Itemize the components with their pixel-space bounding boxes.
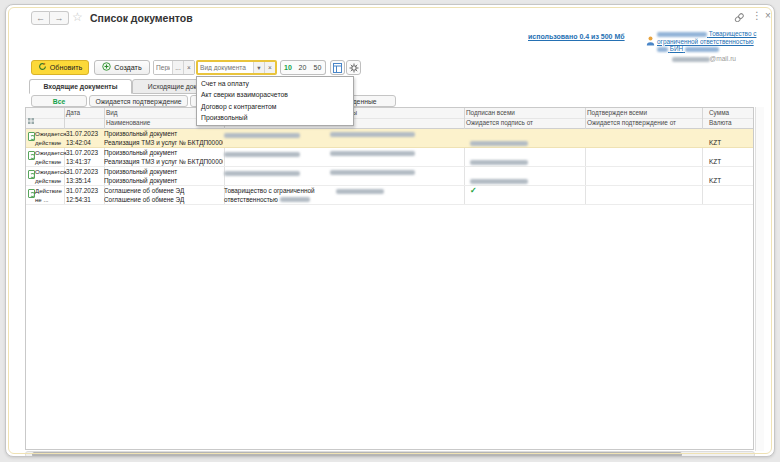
row-awaiting-sign (464, 168, 584, 186)
back-button[interactable]: ← (31, 11, 50, 25)
table-icon (333, 59, 342, 77)
page-title: Список документов (90, 12, 193, 24)
row-kind-name: Произвольный документРеализация ТМЗ и ус… (104, 130, 223, 147)
forward-arrow-icon: → (55, 13, 64, 23)
forward-button[interactable]: → (50, 11, 69, 25)
redacted-text (330, 170, 415, 175)
documents-table: Дата Вид Наименование Стороны Подписан в… (25, 107, 754, 450)
form-settings-button[interactable] (346, 60, 361, 75)
organization-link-text: Товарищество с (709, 30, 757, 37)
table-row[interactable]: Ожидается действие 31.07.202313:41:37 Пр… (26, 148, 754, 167)
row-parties (224, 130, 462, 139)
organization-link[interactable]: Товарищество с ограниченной ответственно… (657, 30, 758, 53)
storage-usage-link[interactable]: использовано 0.4 из 500 Мб (528, 33, 625, 40)
doctype-dropdown-button[interactable]: ▾ (253, 62, 264, 73)
row-parties (224, 168, 462, 177)
column-header-kind[interactable]: Вид (106, 108, 118, 118)
redacted-text (470, 179, 528, 184)
column-header-currency[interactable]: Валюта (709, 118, 732, 128)
table-header: Дата Вид Наименование Стороны Подписан в… (26, 108, 753, 129)
dropdown-item-contract[interactable]: Договор с контрагентом (197, 101, 353, 113)
plus-icon (102, 62, 111, 73)
document-status-icon (28, 170, 35, 179)
user-email: @mail.ru (672, 55, 736, 62)
column-header-sum[interactable]: Сумма (709, 108, 729, 118)
app-window: ← → ☆ Список документов ⋮ × использовано… (5, 4, 775, 457)
organization-link-text: БИН (670, 45, 683, 52)
row-status: Ожидается действие (35, 149, 65, 166)
redacted-text (470, 141, 528, 146)
period-input[interactable] (154, 61, 172, 74)
dropdown-item-invoice[interactable]: Счет на оплату (197, 78, 353, 90)
period-clear-button[interactable]: × (183, 61, 194, 74)
table-row[interactable]: Действие не ... 31.07.202312:54:31 Согла… (26, 186, 754, 205)
doctype-field: ▾ × (196, 60, 277, 75)
refresh-icon (38, 62, 47, 73)
user-icon (646, 32, 655, 50)
row-parties (224, 149, 462, 158)
redacted-text (657, 32, 707, 37)
dropdown-item-reconciliation[interactable]: Акт сверки взаиморасчетов (197, 90, 353, 102)
redacted-text (672, 57, 710, 62)
document-status-icon (28, 189, 35, 198)
document-status-icon (28, 132, 35, 141)
redacted-text (280, 197, 310, 202)
column-header-name[interactable]: Наименование (106, 118, 150, 128)
column-header-awaiting-sign[interactable]: Ожидается подпись от (466, 118, 533, 128)
row-date: 31.07.202313:42:04 (66, 130, 104, 147)
redacted-text (657, 47, 668, 52)
row-date: 31.07.202313:35:14 (66, 168, 104, 185)
redacted-text (224, 152, 300, 157)
column-header-awaiting-confirm[interactable]: Ожидается подтверждение от (587, 118, 676, 128)
column-header-confirmed-all[interactable]: Подтвержден всеми (587, 108, 647, 118)
column-header-date[interactable]: Дата (66, 108, 80, 118)
row-date: 31.07.202312:54:31 (66, 187, 104, 204)
row-awaiting-sign (464, 149, 584, 167)
organization-link-text: ограниченной ответственностью (657, 38, 754, 45)
horizontal-scrollbar-thumb[interactable] (32, 452, 682, 457)
nav-history-group: ← → (31, 11, 69, 25)
column-header-signed-all[interactable]: Подписан всеми (466, 108, 515, 118)
doctype-dropdown-list: Счет на оплату Акт сверки взаиморасчетов… (196, 76, 354, 126)
close-icon[interactable]: × (765, 10, 771, 21)
redacted-text (224, 133, 300, 138)
get-link-icon[interactable] (734, 13, 745, 24)
list-settings-button[interactable] (330, 60, 345, 75)
page-size-10-button[interactable]: 10 (280, 60, 296, 75)
table-row[interactable]: Ожидается действие 31.07.202313:42:04 Пр… (26, 129, 754, 148)
refresh-button[interactable]: Обновить (31, 60, 89, 75)
row-parties: Товарищество с ограниченной ответственно… (224, 187, 462, 204)
chevron-down-icon: ▾ (257, 64, 260, 72)
more-menu-icon[interactable]: ⋮ (752, 10, 762, 21)
row-status: Действие не ... (35, 187, 65, 204)
redacted-text (330, 132, 415, 137)
row-kind-name: Соглашение об обмене ЭДСоглашение об обм… (104, 187, 223, 204)
gear-icon (349, 59, 359, 77)
period-field: ... × (153, 60, 195, 75)
favorite-star-icon[interactable]: ☆ (72, 10, 83, 24)
page-size-20-button[interactable]: 20 (295, 60, 311, 75)
row-currency: KZT (709, 168, 754, 186)
redacted-text (336, 189, 384, 194)
row-signed-all: ✓ (464, 187, 584, 196)
filter-awaiting-confirmation-button[interactable]: Ожидается подтверждение (89, 95, 188, 107)
create-button[interactable]: Создать (94, 60, 150, 75)
tab-incoming-documents[interactable]: Входящие документы (29, 79, 132, 94)
row-kind-name: Произвольный документПроизвольный докуме… (104, 168, 223, 185)
period-choose-button[interactable]: ... (172, 61, 183, 74)
page-size-50-button[interactable]: 50 (310, 60, 326, 75)
row-currency (709, 187, 754, 196)
redacted-text (470, 160, 528, 165)
filter-all-button[interactable]: Все (31, 95, 87, 107)
doctype-clear-button[interactable]: × (264, 62, 275, 73)
dropdown-item-arbitrary[interactable]: Произвольный (197, 113, 353, 125)
table-row[interactable]: Ожидается действие 31.07.202313:35:14 Пр… (26, 167, 754, 186)
vertical-scrollbar[interactable] (755, 107, 764, 451)
row-status: Ожидается действие (35, 130, 65, 147)
row-status: Ожидается действие (35, 168, 65, 185)
doctype-input[interactable] (198, 62, 253, 73)
horizontal-scrollbar[interactable] (25, 451, 755, 457)
row-awaiting-sign (464, 130, 584, 148)
row-currency: KZT (709, 130, 754, 148)
status-column-icon (28, 110, 34, 128)
